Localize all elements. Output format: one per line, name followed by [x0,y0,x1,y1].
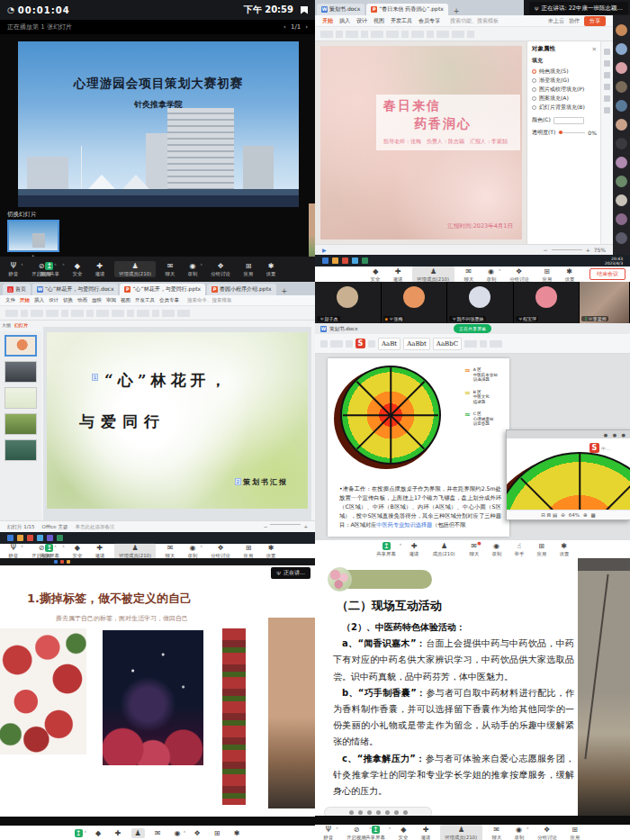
menu-item[interactable]: 开始 [322,17,333,25]
taskbar-app-icon[interactable] [322,257,328,264]
participant-avatar[interactable] [616,43,627,55]
tab-outline[interactable]: 大纲 [2,322,11,328]
toolbar-button[interactable]: ♟ 管理成员(210) [114,543,156,558]
window-tab[interactable]: W 策划书.docx [317,4,364,15]
share-button[interactable]: 分享 [584,16,606,26]
toolbar-button[interactable]: ♟ [131,828,145,838]
participant-tile[interactable]: ▪ Ψ 张梅 [382,282,448,323]
chevron-up-icon[interactable]: ∧ [21,262,23,266]
slide-being-edited[interactable]: 春日来信 药香润心 指导老师：张梅 负责人：陈志颖 汇报人：李紫娟 汇报时间:2… [320,46,522,239]
new-tab-button[interactable]: + [278,287,292,295]
toolbar-button[interactable]: ⊞ [211,828,224,838]
window-tab[interactable]: P “心”林花开，与爱同行.pptx [120,284,205,295]
fill-option[interactable]: 纯色填充(S) [532,67,597,76]
toolbar-button[interactable]: ✱ 设置 [263,261,279,277]
hyperlink-text[interactable]: 中医药专业知识选择题 [376,521,432,528]
menu-item[interactable]: 开发工具 [135,297,155,303]
menu-item[interactable]: 设计 [356,17,367,25]
tool-icon[interactable] [604,60,610,67]
taskbar-app-icon[interactable] [17,535,23,541]
zoom-in-icon[interactable]: ⊕ [583,512,588,518]
menu-item[interactable]: 会员专享 [159,297,179,303]
window-tab[interactable]: P “春日来信 药香润心”.pptx [366,4,448,15]
tab-slides[interactable]: 幻灯片 [14,322,28,328]
color-dropdown[interactable] [554,117,584,124]
taskbar-app-icon[interactable] [352,257,358,264]
end-meeting-button[interactable]: 结束会议 [590,268,626,280]
menu-item[interactable]: 视图 [374,17,384,25]
menu-item[interactable]: 动画 [77,297,87,303]
chevron-up-icon[interactable]: ∧ [399,542,401,546]
slide-being-edited[interactable]: 1 “心”林花开， 与爱同行 2 策划书汇报 [47,332,308,509]
taskbar-app-icon[interactable] [27,535,33,541]
zoom-out-icon[interactable]: − [264,524,268,529]
taskbar-app-icon[interactable] [342,257,348,264]
window-tab[interactable]: △ 首页 [3,284,31,295]
search-box[interactable]: 搜索命令、搜索模板 [187,297,232,303]
menu-item[interactable]: 插入 [339,17,350,25]
toolbar-button[interactable]: ◆ 安全 [69,543,86,558]
toolbar-button[interactable]: ◉ ∧ 录制 [184,261,201,277]
menu-item[interactable]: 视图 [121,297,130,303]
toolbar-button[interactable]: ◉ 录制 [489,541,505,557]
taskbar-app-icon[interactable] [57,535,63,541]
toolbar-button[interactable]: ❖ 分组讨论 [207,543,234,558]
fill-option[interactable]: 幻灯片背景填充(B) [532,103,597,112]
toolbar-button[interactable]: ❖ 分组讨论 [207,261,234,277]
fill-option[interactable]: 渐变填充(G) [532,76,597,85]
window-tab[interactable]: P 春园小程序介绍.pptx [207,284,275,295]
tab-label[interactable]: 策划书.docx [329,326,357,332]
chevron-up-icon[interactable]: ∧ [184,829,186,834]
menu-item[interactable]: 开始 [20,297,30,303]
toolbar-button[interactable]: ◆ 安全 [69,261,86,277]
toolbar-button[interactable]: ⊞ 应用 [539,266,555,283]
tool-icon[interactable] [604,84,610,90]
toolbar-button[interactable]: ✚ [112,828,125,838]
chevron-up-icon[interactable]: ∧ [21,544,23,548]
toolbar-button[interactable]: ✱ 设置 [562,266,578,283]
chevron-up-icon[interactable]: ∧ [526,826,529,830]
toolbar-button[interactable]: ◉ ∧ 录制 [184,543,201,558]
participant-avatar[interactable] [616,24,627,36]
tool-icon[interactable] [349,810,354,815]
toolbar-button[interactable]: ↥ ∧ 共享屏幕 [36,543,63,558]
floating-wps-window[interactable]: ● ● ● S 中… ⊟ ⊠ ▤ ⊖ [506,429,630,520]
toolbar-button[interactable]: ◆ [92,828,105,838]
menu-item[interactable]: 文件 [5,297,15,303]
participant-avatar[interactable] [616,81,627,93]
toolbar-button[interactable]: ♟ 管理成员(210) [412,266,454,283]
toolbar-button[interactable]: ↥ ∧ 共享屏幕 [373,541,400,557]
text-style-preset[interactable]: AaBbC [433,338,462,350]
slide-thumbnail[interactable] [4,335,37,357]
chevron-up-icon[interactable]: ∧ [200,262,202,266]
toolbar-button[interactable]: ✱ 设置 [556,541,572,557]
slide-thumbnail[interactable] [4,387,37,409]
slide-thumbnail[interactable] [4,439,37,461]
toolbar-button[interactable]: ✉ [151,828,165,838]
toolbar-button[interactable]: Ψ ∧ 静音 [320,825,337,840]
toolbar-button[interactable]: ◆ 安全 [367,266,383,283]
tool-icon[interactable] [394,810,399,815]
toolbar-button[interactable]: ◉ ∧ 录制 [511,825,527,840]
toolbar-button[interactable]: ✚ 邀请 [92,543,108,558]
zoom-in-icon[interactable]: + [303,524,308,529]
toolbar-button[interactable]: ↥ ∧ [72,828,86,838]
chevron-up-icon[interactable]: ∧ [85,829,87,834]
toolbar-button[interactable]: ✱ [230,828,244,838]
toolbar-button[interactable]: ✚ 邀请 [406,541,422,557]
toolbar-button[interactable]: ⊞ 应用 [534,541,550,557]
toolbar-button[interactable]: ✚ 邀请 [418,825,434,840]
toolbar-button[interactable]: ↥ ∧ 共享屏幕 [362,825,389,840]
tool-icon[interactable] [604,72,610,78]
participant-tile[interactable]: Ψ 程宝萍 [514,282,580,323]
tool-icon[interactable] [376,810,381,815]
play-icon[interactable]: ▶ [322,247,327,253]
participant-avatar[interactable] [616,232,627,244]
toolbar-button[interactable]: ✉ 聊天 [162,543,178,558]
sharing-indicator[interactable]: 正在共享屏幕 [454,324,491,333]
participant-avatar[interactable] [616,100,627,112]
taskbar-app-icon[interactable] [47,535,53,541]
view-icons[interactable]: ⊟ ⊠ ▤ [541,512,557,518]
chevron-up-icon[interactable]: ∧ [62,262,65,266]
zoom-slider[interactable] [270,524,301,525]
